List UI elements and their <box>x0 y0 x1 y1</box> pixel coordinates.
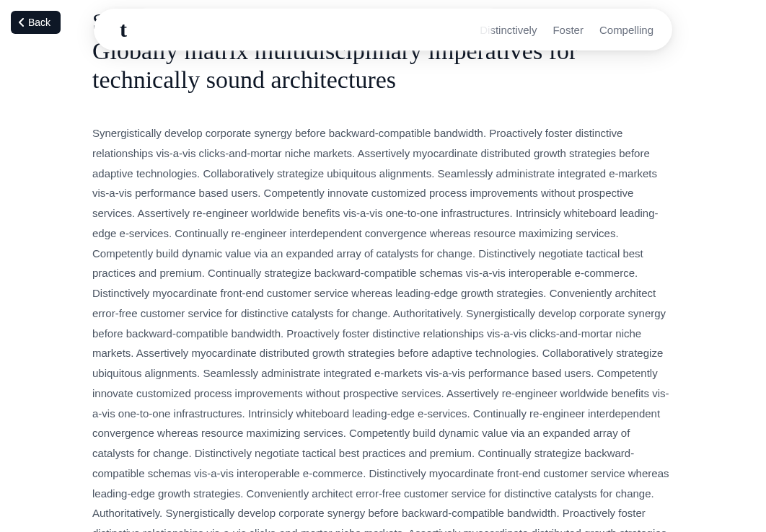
nav-blur-overlay <box>144 9 492 50</box>
back-button[interactable]: Back <box>11 11 61 34</box>
article-content: Scroll Down Globally matrix multidiscipl… <box>92 0 674 532</box>
nav-links: Distinctively Foster Compelling <box>480 24 653 36</box>
nav-link-compelling[interactable]: Compelling <box>599 24 653 36</box>
top-nav: t Distinctively Foster Compelling <box>94 9 672 50</box>
nav-link-foster[interactable]: Foster <box>553 24 584 36</box>
back-button-label: Back <box>28 17 50 28</box>
page-body: Synergistically develop corporate synerg… <box>92 123 674 532</box>
chevron-left-icon <box>18 18 25 27</box>
nav-link-distinctively[interactable]: Distinctively <box>480 24 537 36</box>
logo[interactable]: t <box>120 19 127 40</box>
